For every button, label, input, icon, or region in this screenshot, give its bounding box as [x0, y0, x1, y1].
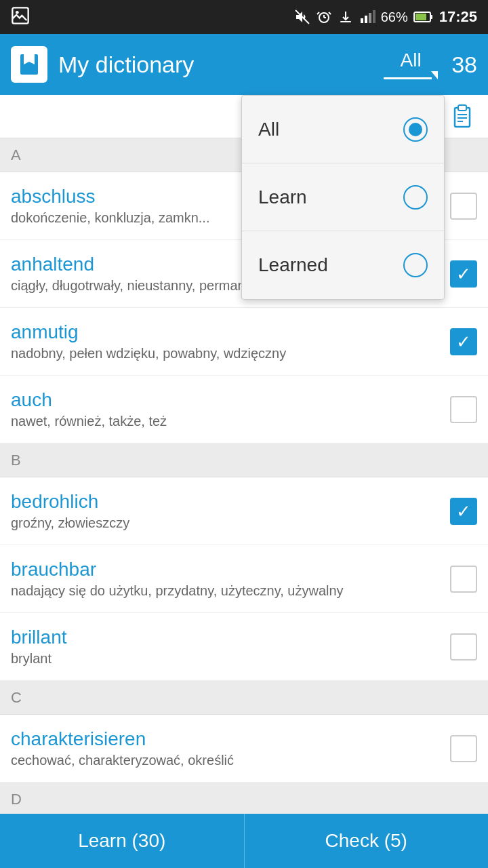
- battery-level: 66%: [381, 9, 408, 25]
- svg-rect-12: [415, 14, 426, 20]
- learn-button[interactable]: Learn (30): [0, 814, 245, 868]
- translation-bedrohlich: groźny, złowieszczy: [11, 515, 450, 531]
- word-anmutig: anmutig: [11, 321, 450, 343]
- dropdown-label-learn: Learn: [258, 186, 403, 208]
- checkmark-bedrohlich: ✓: [456, 502, 471, 520]
- check-button[interactable]: Check (5): [245, 814, 489, 868]
- translation-auch: nawet, również, także, też: [11, 414, 450, 429]
- dropdown-label-all: All: [258, 119, 403, 140]
- checkbox-anmutig[interactable]: ✓: [450, 328, 477, 355]
- dropdown-label-learned: Learned: [258, 254, 403, 276]
- checkbox-anhaltend[interactable]: ✓: [450, 260, 477, 288]
- svg-rect-6: [340, 21, 351, 22]
- header-title: My dictionary: [58, 52, 384, 78]
- header-count: 38: [451, 52, 477, 78]
- filter-dropdown-trigger[interactable]: All: [384, 50, 438, 79]
- word-brillant: brillant: [11, 627, 450, 648]
- checkbox-abschluss[interactable]: [450, 193, 477, 220]
- status-bar-left: [11, 6, 30, 28]
- download-icon: [338, 9, 354, 25]
- svg-rect-17: [458, 105, 466, 111]
- checkbox-bedrohlich[interactable]: ✓: [450, 498, 477, 525]
- section-label-c: C: [11, 689, 22, 707]
- section-label-a: A: [11, 146, 21, 164]
- svg-rect-10: [373, 10, 375, 23]
- section-header-c: C: [0, 681, 488, 715]
- dropdown-item-all[interactable]: All: [242, 96, 444, 163]
- checkmark-anhaltend: ✓: [456, 265, 471, 283]
- section-label-d: D: [11, 791, 22, 808]
- app-icon: [11, 46, 47, 83]
- bottom-bar: Learn (30) Check (5): [0, 814, 488, 868]
- battery-icon: [413, 11, 434, 23]
- word-row-anmutig[interactable]: anmutig nadobny, pełen wdzięku, powabny,…: [0, 308, 488, 376]
- radio-learned: [403, 253, 428, 277]
- clipboard-icon: [449, 104, 475, 130]
- gallery-icon: [11, 6, 30, 25]
- bookmark-book-icon: [17, 52, 41, 77]
- filter-label: All: [401, 50, 422, 71]
- radio-learn: [403, 185, 428, 210]
- translation-anmutig: nadobny, pełen wdzięku, powabny, wdzięcz…: [11, 346, 450, 361]
- word-row-auch[interactable]: auch nawet, również, także, też: [0, 376, 488, 443]
- clipboard-button[interactable]: [447, 102, 477, 132]
- word-row-charakterisieren[interactable]: charakterisieren cechować, charakteryzow…: [0, 715, 488, 783]
- svg-point-1: [16, 11, 19, 14]
- status-bar: 66% 17:25: [0, 0, 488, 34]
- svg-rect-9: [369, 13, 371, 23]
- translation-brauchbar: nadający się do użytku, przydatny, użyte…: [11, 583, 450, 599]
- section-label-b: B: [11, 452, 21, 469]
- word-auch: auch: [11, 389, 450, 411]
- word-bedrohlich: bedrohlich: [11, 491, 450, 513]
- mute-icon: [294, 9, 310, 25]
- radio-all-inner: [409, 123, 422, 136]
- dropdown-item-learn[interactable]: Learn: [242, 163, 444, 231]
- translation-brillant: brylant: [11, 651, 450, 667]
- word-row-bedrohlich[interactable]: bedrohlich groźny, złowieszczy ✓: [0, 477, 488, 545]
- word-row-brillant[interactable]: brillant brylant: [0, 613, 488, 681]
- status-icons: 66% 17:25: [294, 8, 477, 26]
- section-header-b: B: [0, 443, 488, 477]
- radio-all: [403, 117, 428, 142]
- translation-charakterisieren: cechować, charakteryzować, określić: [11, 753, 450, 768]
- filter-dropdown: All Learn Learned: [241, 95, 445, 300]
- word-charakterisieren: charakterisieren: [11, 728, 450, 750]
- svg-rect-7: [361, 18, 363, 23]
- checkbox-brauchbar[interactable]: [450, 566, 477, 593]
- word-row-brauchbar[interactable]: brauchbar nadający się do użytku, przyda…: [0, 545, 488, 613]
- checkmark-anmutig: ✓: [456, 333, 471, 351]
- checkbox-auch[interactable]: [450, 396, 477, 423]
- section-header-d: D: [0, 783, 488, 816]
- checkbox-charakterisieren[interactable]: [450, 735, 477, 762]
- dropdown-item-learned[interactable]: Learned: [242, 231, 444, 299]
- status-time: 17:25: [439, 8, 477, 26]
- word-brauchbar: brauchbar: [11, 559, 450, 580]
- alarm-icon: [316, 9, 332, 25]
- svg-rect-13: [430, 15, 432, 19]
- svg-rect-8: [365, 16, 367, 23]
- signal-icon: [359, 9, 375, 25]
- header: My dictionary All 38: [0, 34, 488, 95]
- checkbox-brillant[interactable]: [450, 633, 477, 660]
